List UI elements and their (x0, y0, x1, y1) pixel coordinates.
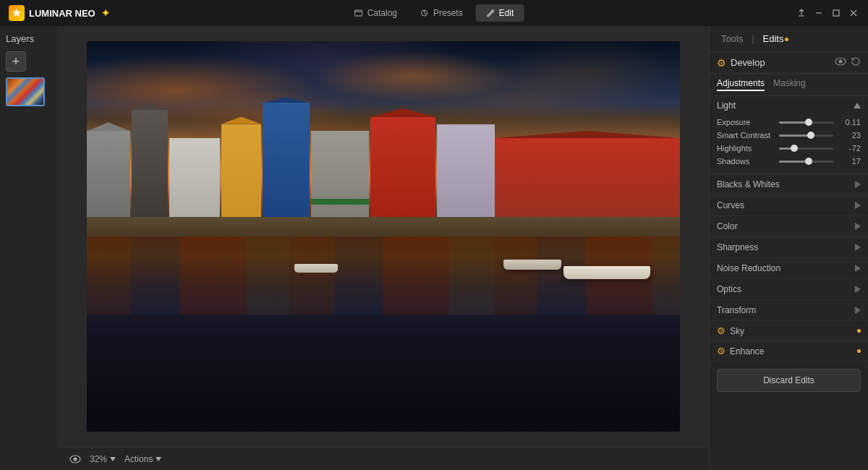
exposure-label: Exposure (717, 118, 775, 127)
boat-3 (294, 264, 338, 273)
transform-section[interactable]: Transform (710, 300, 868, 321)
optics-chevron-icon (855, 286, 861, 293)
tab-tools[interactable]: Tools (718, 32, 746, 46)
sharpness-chevron-icon (855, 244, 861, 251)
eye-toggle[interactable] (69, 455, 81, 463)
nav-catalog[interactable]: Catalog (344, 4, 407, 22)
catalog-label: Catalog (367, 8, 397, 18)
discard-edits-button[interactable]: Discard Edits (717, 369, 861, 392)
highlights-label: Highlights (717, 144, 775, 153)
shadows-thumb[interactable] (805, 158, 812, 165)
restore-button[interactable] (830, 7, 842, 19)
color-chevron-icon (855, 223, 861, 230)
smart-contrast-thumb[interactable] (807, 132, 814, 139)
develop-eye-icon (835, 57, 846, 66)
enhance-tool-section[interactable]: ⚙ Enhance (710, 341, 868, 362)
boat-2 (503, 260, 561, 270)
highlights-track[interactable] (779, 148, 833, 150)
catalog-icon (354, 9, 363, 17)
enhance-tool-icon: ⚙ (717, 346, 726, 356)
nav-presets[interactable]: Presets (410, 4, 473, 22)
develop-reset-button[interactable] (851, 56, 861, 69)
transform-chevron-icon (855, 307, 861, 314)
light-section-header[interactable]: Light (710, 96, 868, 113)
exposure-track[interactable] (779, 121, 833, 124)
layer-thumbnail-image (7, 79, 43, 105)
smart-contrast-value: 23 (838, 131, 861, 140)
panel-header: Tools | Edits (710, 26, 868, 52)
shadows-value: 17 (838, 157, 861, 166)
add-layer-button[interactable]: + (6, 51, 26, 72)
develop-eye-button[interactable] (835, 56, 846, 69)
presets-label: Presets (433, 8, 463, 18)
app-logo-icon (9, 5, 25, 21)
shadows-label: Shadows (717, 157, 775, 166)
buildings-row (87, 96, 680, 236)
smart-contrast-fill (779, 134, 811, 137)
photo-scene (87, 41, 680, 432)
layers-title: Layers (6, 33, 52, 44)
develop-actions (835, 56, 861, 69)
svg-point-6 (839, 60, 843, 64)
boat-1 (563, 266, 650, 279)
highlights-thumb[interactable] (791, 145, 798, 152)
app-logo: LUMINAR NEO ✦ (9, 5, 110, 21)
shadows-slider-row: Shadows 17 (717, 155, 861, 168)
smart-contrast-slider-row: Smart Contrast 23 (717, 129, 861, 142)
actions-menu[interactable]: Actions (124, 454, 161, 464)
minimize-button[interactable] (813, 7, 825, 19)
noise-reduction-chevron-icon (855, 265, 861, 272)
smart-contrast-label: Smart Contrast (717, 131, 775, 140)
share-button[interactable] (796, 7, 807, 19)
image-container (58, 26, 709, 447)
sky-tool-icon: ⚙ (717, 325, 726, 336)
highlights-value: -72 (838, 144, 861, 153)
shadows-track[interactable] (779, 161, 833, 163)
adj-tab-masking[interactable]: Masking (773, 78, 806, 91)
svg-point-4 (74, 457, 77, 461)
svg-rect-2 (833, 10, 839, 16)
water (87, 236, 680, 432)
develop-title: Develop (731, 57, 830, 68)
light-sliders: Exposure 0.11 Smart Contrast 23 (710, 113, 868, 174)
exposure-thumb[interactable] (805, 119, 812, 126)
sharpness-section[interactable]: Sharpness (710, 237, 868, 258)
sky-dot (857, 329, 861, 333)
noise-reduction-section[interactable]: Noise Reduction (710, 258, 868, 279)
actions-label: Actions (124, 454, 153, 464)
add-icon: + (12, 54, 20, 69)
curves-chevron-icon (855, 202, 861, 209)
curves-section[interactable]: Curves (710, 195, 868, 216)
light-chevron-up-icon (854, 103, 861, 108)
optics-section[interactable]: Optics (710, 279, 868, 300)
zoom-value: 32% (90, 454, 107, 464)
exposure-value: 0.11 (838, 118, 861, 127)
edit-label: Edit (499, 8, 514, 18)
reset-icon (851, 56, 861, 67)
eye-icon (69, 455, 81, 463)
smart-contrast-track[interactable] (779, 134, 833, 137)
zoom-control[interactable]: 32% (90, 454, 116, 464)
light-title: Light (717, 101, 736, 111)
edits-dot (785, 38, 788, 41)
adj-tabs: Adjustments Masking (710, 74, 868, 96)
right-panel: Tools | Edits ⚙ Develop (709, 26, 868, 470)
blacks-whites-section[interactable]: Blacks & Whites (710, 174, 868, 195)
adj-tab-adjustments[interactable]: Adjustments (717, 78, 765, 91)
develop-section: ⚙ Develop (710, 52, 868, 74)
nav-edit[interactable]: Edit (476, 4, 524, 22)
layer-thumbnail[interactable] (6, 77, 45, 106)
shadows-fill (779, 161, 809, 163)
sky-tool-section[interactable]: ⚙ Sky (710, 321, 868, 341)
svg-rect-0 (355, 10, 362, 16)
app-star: ✦ (101, 7, 110, 19)
street (87, 217, 680, 236)
main-content: Layers + (0, 26, 868, 470)
color-section[interactable]: Color (710, 216, 868, 237)
status-bar: 32% Actions (58, 447, 709, 470)
presets-icon (420, 9, 429, 17)
tab-edits[interactable]: Edits (760, 32, 791, 46)
blacks-whites-chevron-icon (855, 181, 861, 188)
main-image (87, 41, 680, 432)
close-button[interactable] (848, 7, 859, 19)
